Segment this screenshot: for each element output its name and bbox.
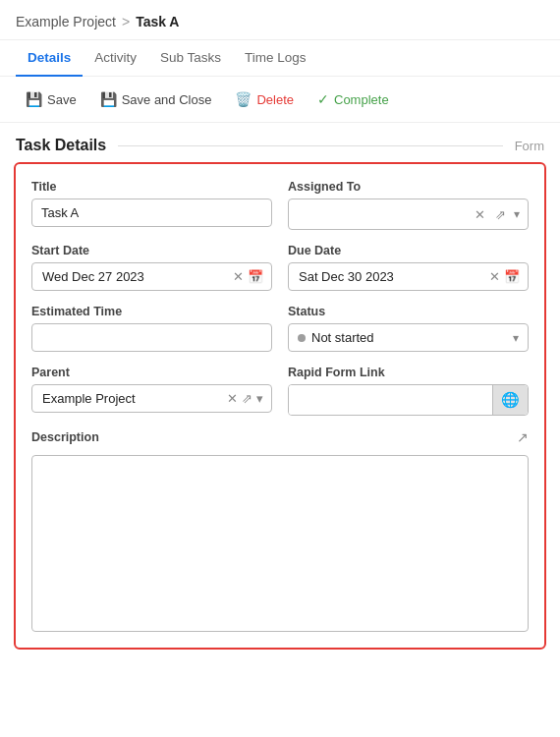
toolbar: 💾 Save 💾 Save and Close 🗑️ Delete ✓ Comp… [0,77,560,123]
estimated-time-input[interactable] [31,323,272,352]
assigned-to-select[interactable]: ✕ ⇗ ▾ [288,198,529,230]
section-header: Task Details Form [0,123,560,162]
description-header: Description ↗ [31,429,529,445]
save-label: Save [47,92,77,107]
link-parent-icon[interactable]: ⇗ [240,391,254,406]
globe-icon: 🌐 [501,391,520,409]
status-label: Status [288,305,529,318]
rapid-form-label: Rapid Form Link [288,366,529,379]
parent-input-wrap: ✕ ⇗ ▾ [31,384,272,413]
breadcrumb: Example Project > Task A [0,0,560,40]
description-field: Description ↗ [31,429,529,632]
save-icon: 💾 [26,91,42,107]
save-button[interactable]: 💾 Save [16,86,86,112]
status-value: Not started [311,330,374,345]
clear-parent-icon[interactable]: ✕ [225,391,240,406]
due-date-input-wrap: ✕ 📅 [288,262,529,291]
assigned-to-field: Assigned To ✕ ⇗ ▾ [288,180,529,230]
delete-label: Delete [256,92,294,107]
due-date-input[interactable] [295,263,487,290]
breadcrumb-project: Example Project [16,14,116,29]
title-label: Title [31,180,272,194]
delete-button[interactable]: 🗑️ Delete [225,86,304,112]
clear-start-date-icon[interactable]: ✕ [231,269,246,284]
title-field: Title [31,180,272,230]
parent-input[interactable] [38,385,225,412]
save-close-button[interactable]: 💾 Save and Close [90,86,222,112]
breadcrumb-separator: > [122,14,130,29]
breadcrumb-task: Task A [136,14,179,29]
assigned-to-label: Assigned To [288,180,529,194]
clear-due-date-icon[interactable]: ✕ [487,269,502,284]
rapid-form-input-wrap: 🌐 [288,384,529,416]
save-close-label: Save and Close [122,92,212,107]
start-date-input[interactable] [38,263,231,290]
task-details-form: Title Assigned To ✕ ⇗ ▾ Start Date ✕ 📅 D… [14,162,546,650]
section-divider [118,145,502,146]
save-close-icon: 💾 [100,91,117,107]
tab-details[interactable]: Details [16,40,83,77]
clear-assigned-icon[interactable]: ✕ [473,207,487,222]
rapid-form-field: Rapid Form Link 🌐 [288,366,529,416]
status-select-left: Not started [298,330,374,345]
start-date-label: Start Date [31,244,272,257]
globe-button[interactable]: 🌐 [492,385,528,415]
chevron-status-icon: ▾ [513,331,519,345]
complete-button[interactable]: ✓ Complete [308,86,399,112]
tab-timelogs[interactable]: Time Logs [233,40,318,77]
tab-subtasks[interactable]: Sub Tasks [148,40,233,77]
status-dot [298,334,306,342]
complete-label: Complete [334,92,389,107]
estimated-time-field: Estimated Time [31,305,272,352]
due-date-label: Due Date [288,244,529,257]
parent-field: Parent ✕ ⇗ ▾ [31,366,272,416]
delete-icon: 🗑️ [235,91,252,107]
tab-activity[interactable]: Activity [83,40,148,77]
chevron-parent-icon[interactable]: ▾ [254,391,265,406]
link-assigned-icon[interactable]: ⇗ [493,207,508,222]
form-right-label: Form [515,139,544,153]
section-title: Task Details [16,137,106,154]
check-icon: ✓ [317,91,329,107]
description-textarea[interactable] [31,455,529,632]
chevron-assigned-icon[interactable]: ▾ [514,207,520,221]
start-date-field: Start Date ✕ 📅 [31,244,272,291]
calendar-start-date-icon[interactable]: 📅 [246,269,265,284]
expand-icon[interactable]: ↗ [517,429,529,445]
status-select[interactable]: Not started ▾ [288,323,529,352]
parent-label: Parent [31,366,272,379]
description-label: Description [31,430,99,444]
tab-bar: Details Activity Sub Tasks Time Logs [0,40,560,77]
rapid-form-input[interactable] [289,385,492,415]
due-date-field: Due Date ✕ 📅 [288,244,529,291]
calendar-due-date-icon[interactable]: 📅 [502,269,522,284]
estimated-time-label: Estimated Time [31,305,272,318]
title-input[interactable] [31,198,272,227]
form-grid: Title Assigned To ✕ ⇗ ▾ Start Date ✕ 📅 D… [31,180,529,632]
status-field: Status Not started ▾ [288,305,529,352]
start-date-input-wrap: ✕ 📅 [31,262,272,291]
